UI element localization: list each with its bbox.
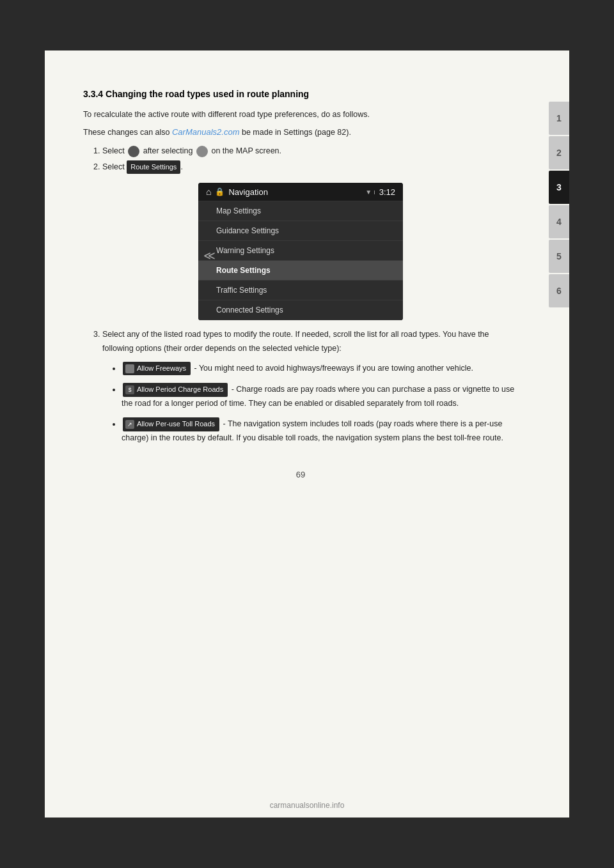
nav-controls: ▼ ı 3:12	[365, 187, 395, 197]
step-1: Select after selecting on the MAP screen…	[102, 144, 518, 158]
nav-title: Navigation	[228, 187, 267, 197]
allow-period-charge-badge: $ Allow Period Charge Roads	[123, 383, 228, 397]
tab-4[interactable]: 4	[549, 205, 569, 238]
step-2: Select Route Settings.	[102, 160, 518, 174]
nav-signal: ▼ ı	[365, 189, 375, 196]
menu-item-warning-settings[interactable]: Warning Settings	[198, 241, 403, 261]
nav-header-left: ⌂ 🔒 Navigation	[206, 187, 268, 197]
nav-header: ⌂ 🔒 Navigation ▼ ı 3:12	[198, 183, 403, 201]
intro-text-2: These changes can also CarManuals2.com b…	[83, 126, 518, 139]
period-icon: $	[125, 385, 134, 394]
page-container: 1 2 3 4 5 6 3.3.4 Changing the road type…	[45, 50, 569, 818]
nav-lock-icon: 🔒	[215, 187, 224, 196]
tab-6[interactable]: 6	[549, 274, 569, 307]
road-option-period-charge: $ Allow Period Charge Roads - Charge roa…	[122, 383, 518, 410]
road-option-toll: ↗ Allow Per-use Toll Roads - The navigat…	[122, 417, 518, 444]
allow-freeways-badge: Allow Freeways	[123, 362, 191, 376]
menu-item-route-settings[interactable]: Route Settings	[198, 261, 403, 281]
home-icon: ⌂	[206, 187, 211, 197]
section-title: 3.3.4 Changing the road types used in ro…	[83, 89, 518, 99]
menu-area: ≪ Map Settings Guidance Settings Warning…	[198, 201, 403, 320]
tab-3[interactable]: 3	[549, 171, 569, 204]
menu-item-guidance-settings[interactable]: Guidance Settings	[198, 221, 403, 241]
watermark: CarManuals2.com	[172, 127, 240, 137]
map-icon	[196, 146, 208, 157]
nav-menu: Map Settings Guidance Settings Warning S…	[198, 201, 403, 320]
nav-menu-container: ≪ Map Settings Guidance Settings Warning…	[198, 201, 403, 320]
step-3: Select any of the listed road types to m…	[102, 328, 518, 444]
step3-list: Select any of the listed road types to m…	[102, 328, 518, 444]
menu-item-connected-settings[interactable]: Connected Settings	[198, 300, 403, 320]
steps-list: Select after selecting on the MAP screen…	[102, 144, 518, 174]
settings-icon	[128, 146, 139, 157]
back-arrow-icon: ≪	[203, 249, 216, 263]
road-option-freeways: Allow Freeways - You might need to avoid…	[122, 362, 518, 376]
tab-5[interactable]: 5	[549, 240, 569, 273]
route-settings-badge: Route Settings	[127, 160, 180, 174]
tab-2[interactable]: 2	[549, 136, 569, 169]
footer-watermark: carmanualsonline.info	[270, 801, 345, 810]
toll-icon: ↗	[125, 420, 134, 429]
allow-toll-badge: ↗ Allow Per-use Toll Roads	[123, 417, 219, 431]
page-number: 69	[83, 463, 518, 479]
nav-time: 3:12	[379, 187, 395, 197]
menu-item-map-settings[interactable]: Map Settings	[198, 201, 403, 221]
menu-item-traffic-settings[interactable]: Traffic Settings	[198, 281, 403, 300]
tab-1[interactable]: 1	[549, 102, 569, 135]
sidebar-tabs: 1 2 3 4 5 6	[549, 102, 569, 307]
road-options-list: Allow Freeways - You might need to avoid…	[122, 362, 518, 444]
intro-text-1: To recalculate the active route with dif…	[83, 108, 518, 121]
nav-screenshot: ⌂ 🔒 Navigation ▼ ı 3:12 ≪ Map Settings G…	[198, 183, 403, 320]
freeway-icon	[125, 364, 134, 373]
